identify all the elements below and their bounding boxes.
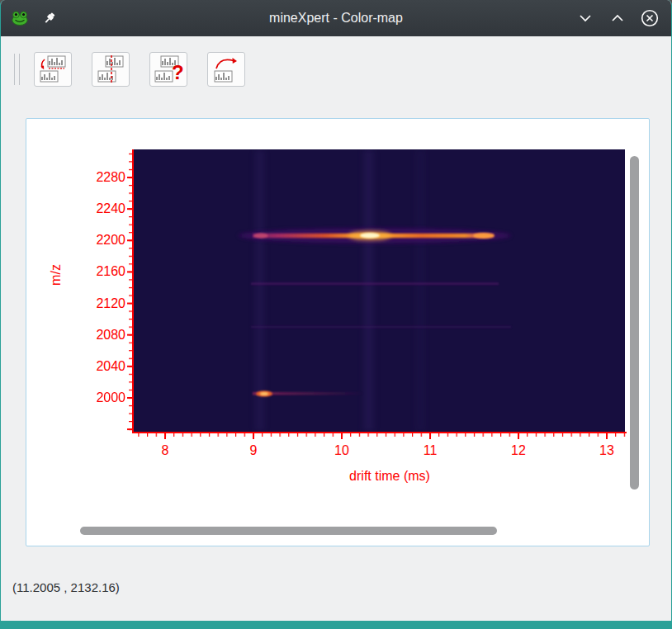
colormap-slice-button[interactable] bbox=[92, 52, 130, 87]
colormap-canvas[interactable] bbox=[127, 144, 632, 441]
cursor-coordinates: (11.2005 , 2132.16) bbox=[12, 580, 120, 594]
y-tick-label: 2240 bbox=[61, 201, 125, 216]
pin-button[interactable] bbox=[40, 9, 59, 27]
colormap-panel: 2280 2240 2200 2160 2120 2080 2040 2000 … bbox=[26, 118, 650, 546]
colormap-help-button[interactable]: ? bbox=[149, 52, 187, 87]
spectrum-replot-button[interactable] bbox=[207, 52, 245, 87]
titlebar-right-group bbox=[576, 9, 671, 27]
x-axis-title: drift time (ms) bbox=[349, 469, 430, 484]
minimize-button[interactable] bbox=[576, 9, 594, 27]
y-tick-label: 2200 bbox=[61, 233, 125, 248]
status-bar: (11.2005 , 2132.16) bbox=[12, 580, 120, 594]
close-icon bbox=[641, 9, 659, 27]
y-tick-label: 2040 bbox=[61, 359, 125, 374]
y-axis-title: m/z bbox=[49, 264, 64, 286]
window-title: mineXpert - Color-map bbox=[1, 11, 671, 26]
colormap-slice-dashed-line-icon bbox=[96, 55, 125, 83]
x-tick-label: 11 bbox=[411, 443, 449, 458]
y-tick-label: 2120 bbox=[61, 296, 125, 311]
colormap-to-spectrum-down-arrow-icon bbox=[38, 55, 68, 83]
y-tick-label: 2080 bbox=[61, 328, 125, 343]
x-tick-label: 8 bbox=[146, 443, 184, 458]
x-tick-label: 12 bbox=[499, 443, 537, 458]
x-tick-label: 10 bbox=[323, 443, 361, 458]
app-frog-icon[interactable] bbox=[11, 9, 29, 27]
vertical-scrollbar[interactable] bbox=[630, 156, 639, 489]
spectrum-arc-arrow-icon bbox=[211, 55, 241, 83]
y-tick-label: 2160 bbox=[61, 264, 125, 279]
colormap-question-help-icon: ? bbox=[154, 55, 183, 83]
titlebar-left-group bbox=[1, 9, 59, 27]
y-tick-label: 2000 bbox=[61, 390, 125, 405]
titlebar[interactable]: mineXpert - Color-map bbox=[1, 0, 671, 36]
maximize-button[interactable] bbox=[608, 9, 627, 27]
close-button[interactable] bbox=[641, 9, 659, 27]
chevron-down-icon bbox=[579, 14, 592, 22]
colormap-to-spectrum-button[interactable] bbox=[34, 52, 72, 87]
chevron-up-icon bbox=[611, 14, 624, 22]
pin-icon bbox=[42, 11, 57, 26]
toolbar-drag-handle[interactable] bbox=[14, 54, 20, 85]
x-tick-label: 13 bbox=[588, 443, 626, 458]
heatmap-image[interactable] bbox=[134, 149, 625, 432]
window-bottom-border bbox=[1, 621, 671, 629]
x-tick-label: 9 bbox=[234, 443, 272, 458]
toolbar: ? bbox=[14, 51, 265, 87]
frog-icon bbox=[11, 9, 29, 27]
svg-text:?: ? bbox=[172, 61, 183, 83]
minexpert-colormap-window: mineXpert - Color-map bbox=[0, 0, 672, 629]
y-tick-label: 2280 bbox=[61, 170, 125, 185]
horizontal-scrollbar[interactable] bbox=[80, 527, 497, 535]
